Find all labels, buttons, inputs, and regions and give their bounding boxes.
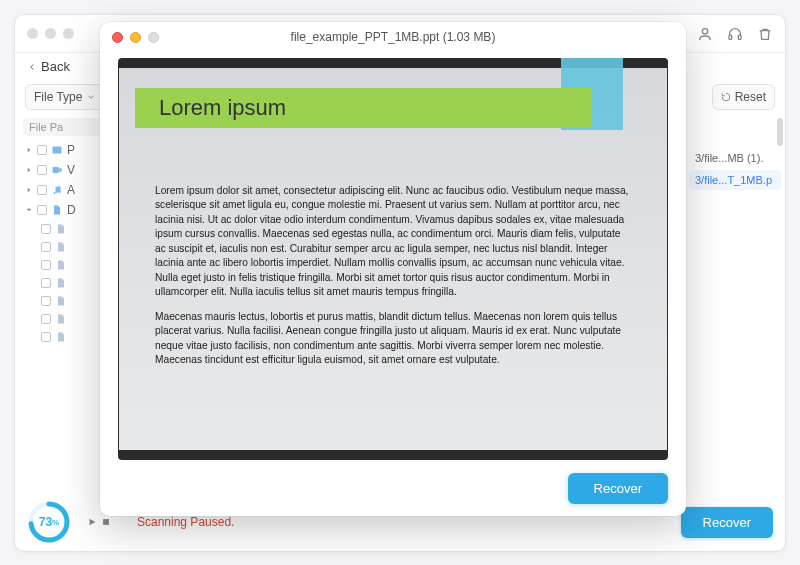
svg-rect-1 bbox=[729, 35, 732, 39]
file-type-filter[interactable]: File Type bbox=[25, 84, 105, 110]
trash-icon[interactable] bbox=[757, 26, 773, 42]
reset-button[interactable]: Reset bbox=[712, 84, 775, 110]
traffic-close[interactable] bbox=[27, 28, 38, 39]
checkbox[interactable] bbox=[41, 314, 51, 324]
slide-paragraph: Lorem ipsum dolor sit amet, consectetur … bbox=[155, 184, 631, 300]
svg-rect-3 bbox=[53, 147, 62, 154]
modal-titlebar: file_example_PPT_1MB.ppt (1.03 MB) bbox=[100, 22, 686, 52]
modal-minimize[interactable] bbox=[130, 32, 141, 43]
file-path-list: 3/file...MB (1). 3/file...T_1MB.p bbox=[689, 114, 785, 492]
checkbox[interactable] bbox=[37, 185, 47, 195]
scrollbar-thumb[interactable] bbox=[777, 118, 783, 146]
recover-button[interactable]: Recover bbox=[681, 507, 773, 538]
scan-progress: 73% bbox=[27, 500, 71, 544]
traffic-zoom[interactable] bbox=[63, 28, 74, 39]
modal-footer: Recover bbox=[100, 460, 686, 516]
tree-label: P bbox=[67, 143, 75, 157]
slide-paragraph: Maecenas mauris lectus, lobortis et puru… bbox=[155, 310, 631, 368]
checkbox[interactable] bbox=[41, 278, 51, 288]
modal-recover-button[interactable]: Recover bbox=[568, 473, 668, 504]
list-item-selected[interactable]: 3/file...T_1MB.p bbox=[689, 170, 781, 190]
checkbox[interactable] bbox=[41, 224, 51, 234]
traffic-minimize[interactable] bbox=[45, 28, 56, 39]
checkbox[interactable] bbox=[37, 165, 47, 175]
reset-label: Reset bbox=[735, 90, 766, 104]
file-type-label: File Type bbox=[34, 90, 82, 104]
tree-label: V bbox=[67, 163, 75, 177]
checkbox[interactable] bbox=[41, 296, 51, 306]
modal-zoom[interactable] bbox=[148, 32, 159, 43]
user-icon[interactable] bbox=[697, 26, 713, 42]
back-label: Back bbox=[41, 59, 70, 74]
preview-modal: file_example_PPT_1MB.ppt (1.03 MB) Lorem… bbox=[100, 22, 686, 516]
svg-point-0 bbox=[702, 28, 707, 33]
list-item-text: 3/file...MB (1). bbox=[695, 152, 763, 164]
svg-rect-9 bbox=[103, 519, 109, 525]
list-item[interactable]: 3/file...MB (1). bbox=[689, 148, 781, 168]
back-button[interactable]: Back bbox=[27, 59, 70, 74]
checkbox[interactable] bbox=[41, 260, 51, 270]
list-item-text: 3/file...T_1MB.p bbox=[695, 174, 772, 186]
stop-icon[interactable] bbox=[101, 517, 111, 527]
checkbox[interactable] bbox=[41, 332, 51, 342]
tree-label: D bbox=[67, 203, 76, 217]
traffic-lights bbox=[27, 28, 74, 39]
play-icon[interactable] bbox=[87, 517, 97, 527]
svg-point-6 bbox=[59, 191, 61, 193]
checkbox[interactable] bbox=[37, 205, 47, 215]
checkbox[interactable] bbox=[41, 242, 51, 252]
svg-rect-4 bbox=[53, 167, 60, 173]
svg-point-5 bbox=[54, 192, 56, 194]
progress-value: 73 bbox=[39, 515, 52, 529]
status-text: Scanning Paused. bbox=[137, 515, 234, 529]
slide-preview: Lorem ipsum Lorem ipsum dolor sit amet, … bbox=[118, 58, 668, 460]
checkbox[interactable] bbox=[37, 145, 47, 155]
modal-title: file_example_PPT_1MB.ppt (1.03 MB) bbox=[291, 30, 496, 44]
headset-icon[interactable] bbox=[727, 26, 743, 42]
slide-heading: Lorem ipsum bbox=[159, 95, 286, 121]
tree-label: A bbox=[67, 183, 75, 197]
slide-title-bar: Lorem ipsum bbox=[135, 88, 591, 128]
slide-body: Lorem ipsum dolor sit amet, consectetur … bbox=[155, 184, 631, 378]
progress-unit: % bbox=[52, 518, 59, 527]
modal-close[interactable] bbox=[112, 32, 123, 43]
svg-rect-2 bbox=[738, 35, 741, 39]
